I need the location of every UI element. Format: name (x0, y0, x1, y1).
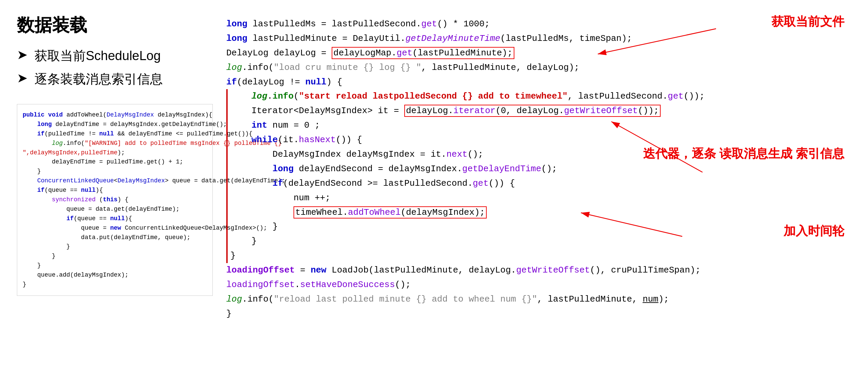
bullet-text-1: 获取当前ScheduleLog (34, 47, 161, 65)
right-panel: 获取当前文件 迭代器，逐条 读取消息生成 索引信息 加入时间轮 long las… (226, 14, 851, 371)
left-code-box: public void addToWheel(DelayMsgIndex del… (17, 104, 213, 296)
bullet-1: ➤ 获取当前ScheduleLog (17, 47, 213, 65)
left-panel: 数据装载 ➤ 获取当前ScheduleLog ➤ 逐条装载消息索引信息 publ… (17, 14, 213, 371)
bullet-arrow-1: ➤ (17, 47, 28, 62)
main-page: 数据装载 ➤ 获取当前ScheduleLog ➤ 逐条装载消息索引信息 publ… (0, 0, 868, 385)
right-code-area: long lastPulledMs = lastPulledSecond.get… (226, 17, 851, 321)
bullet-2: ➤ 逐条装载消息索引信息 (17, 71, 213, 88)
page-title: 数据装载 (17, 14, 213, 37)
bullet-arrow-2: ➤ (17, 71, 28, 85)
bullet-text-2: 逐条装载消息索引信息 (34, 71, 163, 88)
right-code: long lastPulledMs = lastPulledSecond.get… (226, 17, 851, 321)
